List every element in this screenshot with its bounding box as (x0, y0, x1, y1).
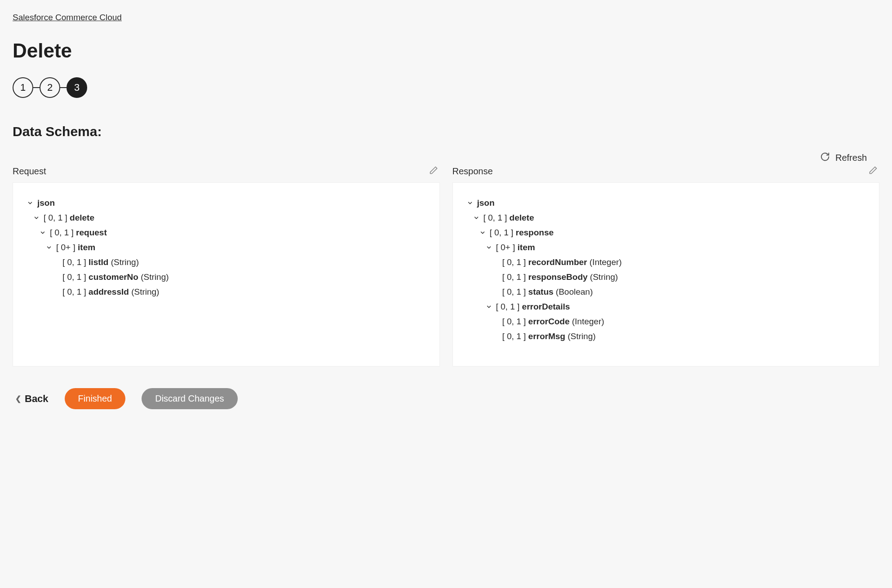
tree-node-label: [ 0, 1 ] response (490, 228, 554, 237)
stepper: 123 (13, 77, 879, 98)
response-tree: json[ 0, 1 ] delete[ 0, 1 ] response[ 0+… (453, 182, 880, 367)
tree-node-label: [ 0, 1 ] responseBody (String) (502, 273, 618, 281)
step-connector (60, 87, 67, 88)
tree-node-label: [ 0, 1 ] customerNo (String) (62, 273, 169, 281)
edit-request-icon[interactable] (429, 166, 438, 177)
chevron-down-icon[interactable] (45, 244, 53, 251)
tree-node-item[interactable]: [ 0+ ] item (466, 240, 866, 255)
page-title: Delete (13, 40, 879, 62)
tree-node-errorMsg: [ 0, 1 ] errorMsg (String) (466, 329, 866, 344)
tree-node-errorCode: [ 0, 1 ] errorCode (Integer) (466, 314, 866, 329)
tree-node-label: [ 0, 1 ] delete (44, 213, 94, 222)
tree-node-response[interactable]: [ 0, 1 ] response (466, 225, 866, 240)
response-panel-title: Response (453, 166, 493, 177)
tree-node-label: [ 0, 1 ] addressId (String) (62, 287, 159, 296)
tree-node-delete[interactable]: [ 0, 1 ] delete (466, 210, 866, 225)
finished-button[interactable]: Finished (65, 388, 126, 409)
chevron-left-icon: ❮ (15, 394, 21, 403)
refresh-icon[interactable] (820, 152, 830, 164)
section-heading: Data Schema: (13, 124, 879, 139)
chevron-down-icon[interactable] (39, 230, 46, 236)
chevron-down-icon[interactable] (27, 200, 34, 206)
step-2[interactable]: 2 (40, 77, 60, 98)
chevron-down-icon[interactable] (485, 304, 493, 310)
discard-button[interactable]: Discard Changes (142, 388, 237, 409)
chevron-down-icon[interactable] (479, 230, 486, 236)
edit-response-icon[interactable] (869, 166, 878, 177)
tree-node-label: [ 0, 1 ] errorDetails (496, 302, 570, 311)
tree-node-label: [ 0, 1 ] errorCode (Integer) (502, 317, 604, 326)
tree-node-json[interactable]: json (466, 195, 866, 210)
tree-node-json[interactable]: json (27, 195, 426, 210)
tree-node-label: [ 0, 1 ] listId (String) (62, 258, 139, 266)
chevron-down-icon[interactable] (485, 244, 493, 251)
chevron-down-icon[interactable] (473, 215, 480, 221)
tree-node-request[interactable]: [ 0, 1 ] request (27, 225, 426, 240)
tree-node-label: [ 0, 1 ] delete (484, 213, 534, 222)
breadcrumb-link[interactable]: Salesforce Commerce Cloud (13, 13, 122, 22)
response-panel: Response json[ 0, 1 ] delete[ 0, 1 ] res… (453, 166, 880, 367)
back-label: Back (25, 393, 49, 405)
tree-node-status: [ 0, 1 ] status (Boolean) (466, 284, 866, 299)
tree-node-addressId: [ 0, 1 ] addressId (String) (27, 284, 426, 299)
tree-node-errorDetails[interactable]: [ 0, 1 ] errorDetails (466, 299, 866, 314)
back-button[interactable]: ❮ Back (15, 393, 49, 405)
tree-node-listId: [ 0, 1 ] listId (String) (27, 255, 426, 270)
request-panel-title: Request (13, 166, 46, 177)
request-tree: json[ 0, 1 ] delete[ 0, 1 ] request[ 0+ … (13, 182, 440, 367)
tree-node-label: [ 0+ ] item (496, 243, 535, 252)
tree-node-label: [ 0, 1 ] status (Boolean) (502, 287, 593, 296)
refresh-button[interactable]: Refresh (835, 153, 867, 163)
chevron-down-icon[interactable] (466, 200, 474, 206)
tree-node-label: [ 0, 1 ] recordNumber (Integer) (502, 258, 622, 266)
tree-node-responseBody: [ 0, 1 ] responseBody (String) (466, 270, 866, 284)
request-panel: Request json[ 0, 1 ] delete[ 0, 1 ] requ… (13, 166, 440, 367)
tree-node-item[interactable]: [ 0+ ] item (27, 240, 426, 255)
tree-node-label: [ 0, 1 ] errorMsg (String) (502, 332, 596, 340)
step-3[interactable]: 3 (67, 77, 87, 98)
chevron-down-icon[interactable] (33, 215, 40, 221)
step-1[interactable]: 1 (13, 77, 33, 98)
tree-node-label: json (37, 199, 55, 207)
tree-node-label: [ 0+ ] item (56, 243, 95, 252)
tree-node-recordNumber: [ 0, 1 ] recordNumber (Integer) (466, 255, 866, 270)
tree-node-customerNo: [ 0, 1 ] customerNo (String) (27, 270, 426, 284)
tree-node-label: json (477, 199, 495, 207)
step-connector (33, 87, 40, 88)
tree-node-delete[interactable]: [ 0, 1 ] delete (27, 210, 426, 225)
tree-node-label: [ 0, 1 ] request (50, 228, 107, 237)
